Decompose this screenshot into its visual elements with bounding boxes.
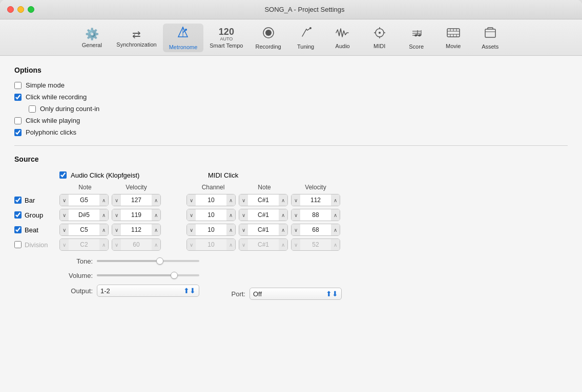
- group-velocity-up[interactable]: ∧: [152, 209, 160, 221]
- beat-note-up[interactable]: ∧: [99, 224, 108, 235]
- group-velocity-spinner[interactable]: ∨ 119 ∧: [112, 209, 161, 221]
- close-button[interactable]: [7, 6, 14, 13]
- group-checkbox[interactable]: [14, 211, 22, 219]
- bar-row: Bar ∨ G5 ∧ ∨ 127 ∧ ∨ 10 ∧: [14, 194, 568, 206]
- division-midi-note-spinner[interactable]: ∨ C#1 ∧: [239, 238, 288, 251]
- bar-midi-velocity-down[interactable]: ∨: [292, 194, 300, 206]
- beat-checkbox[interactable]: [14, 226, 22, 233]
- bar-midi-velocity-spinner[interactable]: ∨ 112 ∧: [291, 194, 340, 206]
- bar-velocity-up[interactable]: ∧: [152, 194, 160, 206]
- volume-slider[interactable]: [97, 270, 199, 280]
- division-midi-note-value: C#1: [248, 241, 279, 248]
- group-note-down[interactable]: ∨: [60, 209, 69, 221]
- tab-metronome[interactable]: Metronome: [163, 24, 204, 52]
- group-midi-note-spinner[interactable]: ∨ C#1 ∧: [239, 209, 288, 221]
- division-checkbox[interactable]: [14, 241, 22, 248]
- bar-note-down[interactable]: ∨: [60, 194, 69, 206]
- minimize-button[interactable]: [17, 6, 24, 13]
- division-midi-velocity-value: 52: [300, 241, 331, 248]
- output-value: 1-2: [100, 287, 110, 295]
- bar-note-up[interactable]: ∧: [99, 194, 108, 206]
- port-select[interactable]: Off ⬆⬇: [250, 288, 342, 300]
- division-note-down[interactable]: ∨: [60, 239, 69, 250]
- simple-mode-checkbox[interactable]: [14, 82, 22, 89]
- bar-channel-down[interactable]: ∨: [187, 194, 196, 206]
- bar-channel-spinner[interactable]: ∨ 10 ∧: [186, 194, 236, 206]
- tab-tuning[interactable]: Tuning: [287, 24, 324, 52]
- bar-velocity-down[interactable]: ∨: [112, 194, 121, 206]
- audio-click-checkbox[interactable]: [59, 171, 67, 179]
- click-while-playing-checkbox[interactable]: [14, 117, 22, 124]
- bar-midi-note-spinner[interactable]: ∨ C#1 ∧: [239, 194, 288, 206]
- division-velocity-spinner[interactable]: ∨ 60 ∧: [112, 238, 161, 251]
- division-note-spinner[interactable]: ∨ C2 ∧: [59, 238, 109, 251]
- divider: [14, 145, 568, 146]
- bar-midi-note-up[interactable]: ∧: [279, 194, 287, 206]
- beat-note-spinner[interactable]: ∨ C5 ∧: [59, 224, 109, 236]
- output-select[interactable]: 1-2 ⬆⬇: [97, 285, 199, 297]
- beat-midi-note-spinner[interactable]: ∨ C#1 ∧: [239, 224, 288, 236]
- bar-checkbox[interactable]: [14, 197, 22, 204]
- division-midi-velocity-spinner[interactable]: ∨ 52 ∧: [291, 238, 340, 251]
- division-midi-note-down[interactable]: ∨: [239, 239, 248, 250]
- beat-velocity-up[interactable]: ∧: [152, 224, 160, 235]
- tab-score[interactable]: Score: [398, 24, 435, 52]
- beat-velocity-down[interactable]: ∨: [112, 224, 121, 235]
- beat-midi-note-down[interactable]: ∨: [239, 224, 248, 235]
- bar-label: Bar: [25, 197, 35, 204]
- group-note-spinner[interactable]: ∨ D#5 ∧: [59, 209, 109, 221]
- group-midi-velocity-spinner[interactable]: ∨ 88 ∧: [291, 209, 340, 221]
- tab-audio[interactable]: Audio: [324, 25, 361, 51]
- tab-assets[interactable]: Assets: [472, 24, 509, 52]
- beat-midi-velocity-down[interactable]: ∨: [292, 224, 300, 235]
- beat-midi-note-up[interactable]: ∧: [279, 224, 287, 235]
- group-channel-down[interactable]: ∨: [187, 209, 196, 221]
- bar-midi-velocity-up[interactable]: ∧: [331, 194, 340, 206]
- tab-movie[interactable]: Movie: [435, 25, 472, 51]
- tab-midi[interactable]: MIDI: [361, 25, 398, 51]
- division-velocity-down[interactable]: ∨: [112, 239, 121, 250]
- division-midi-velocity-down[interactable]: ∨: [292, 239, 300, 250]
- click-while-recording-checkbox[interactable]: [14, 94, 22, 101]
- tab-recording[interactable]: Recording: [250, 24, 287, 52]
- group-channel-spinner[interactable]: ∨ 10 ∧: [186, 209, 236, 221]
- division-midi-note-up[interactable]: ∧: [279, 239, 287, 250]
- group-channel-up[interactable]: ∧: [226, 209, 235, 221]
- group-note-value: D#5: [69, 211, 99, 219]
- maximize-button[interactable]: [28, 6, 34, 13]
- group-midi-note-up[interactable]: ∧: [279, 209, 287, 221]
- division-channel-spinner[interactable]: ∨ 10 ∧: [186, 238, 236, 251]
- tone-slider[interactable]: [97, 256, 199, 266]
- beat-note-value: C5: [69, 226, 99, 233]
- beat-channel-spinner[interactable]: ∨ 10 ∧: [186, 224, 236, 236]
- polyphonic-clicks-checkbox[interactable]: [14, 129, 22, 136]
- beat-channel-down[interactable]: ∨: [187, 224, 196, 235]
- bar-midi-note-down[interactable]: ∨: [239, 194, 248, 206]
- beat-velocity-spinner[interactable]: ∨ 112 ∧: [112, 224, 161, 236]
- group-velocity-down[interactable]: ∨: [112, 209, 121, 221]
- division-midi-velocity-up[interactable]: ∧: [331, 239, 340, 250]
- division-channel-down[interactable]: ∨: [187, 239, 196, 250]
- only-during-count-in-checkbox[interactable]: [29, 105, 36, 113]
- division-channel-up[interactable]: ∧: [226, 239, 235, 250]
- tab-synchronization[interactable]: ⇄ Synchronization: [110, 26, 162, 50]
- group-note-up[interactable]: ∧: [99, 209, 108, 221]
- beat-midi-velocity-spinner[interactable]: ∨ 68 ∧: [291, 224, 340, 236]
- division-velocity-up[interactable]: ∧: [152, 239, 160, 250]
- group-midi-velocity-down[interactable]: ∨: [292, 209, 300, 221]
- beat-channel-up[interactable]: ∧: [226, 224, 235, 235]
- bar-velocity-spinner[interactable]: ∨ 127 ∧: [112, 194, 161, 206]
- recording-icon: [262, 26, 275, 42]
- group-midi-note-down[interactable]: ∨: [239, 209, 248, 221]
- beat-midi-velocity-up[interactable]: ∧: [331, 224, 340, 235]
- beat-note-down[interactable]: ∨: [60, 224, 69, 235]
- group-label: Group: [25, 211, 43, 219]
- tab-smart-tempo[interactable]: 120 AUTO Smart Tempo: [203, 25, 249, 51]
- bar-channel-up[interactable]: ∧: [226, 194, 235, 206]
- group-midi-velocity-up[interactable]: ∧: [331, 209, 340, 221]
- tone-label: Tone:: [59, 257, 93, 265]
- tab-metronome-label: Metronome: [169, 44, 198, 50]
- division-note-up[interactable]: ∧: [99, 239, 108, 250]
- tab-general[interactable]: ⚙️ General: [73, 26, 110, 50]
- bar-note-spinner[interactable]: ∨ G5 ∧: [59, 194, 109, 206]
